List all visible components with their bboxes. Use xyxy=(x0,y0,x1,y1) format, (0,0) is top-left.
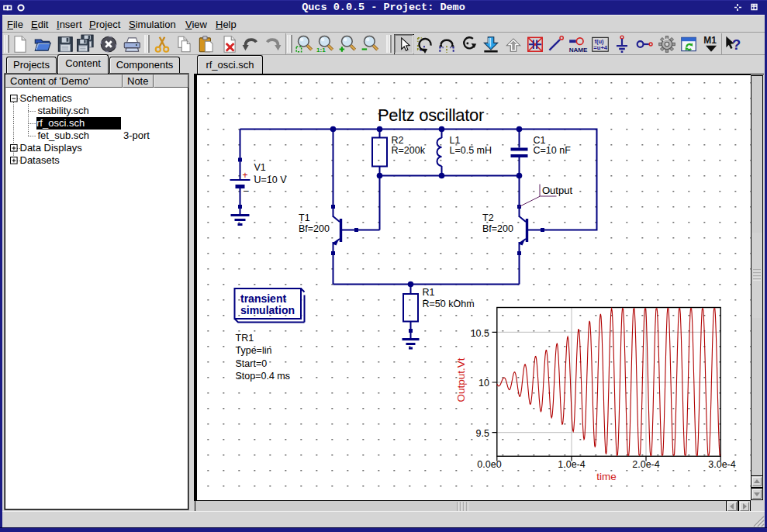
svg-text:M1: M1 xyxy=(703,35,717,46)
svg-text:9.5: 9.5 xyxy=(476,428,489,439)
svg-text:+: + xyxy=(243,170,248,181)
svg-text:2.0e-4: 2.0e-4 xyxy=(632,459,659,470)
svg-text:1.0e-4: 1.0e-4 xyxy=(558,459,585,470)
svg-text:L=0.5 mH: L=0.5 mH xyxy=(450,145,492,156)
svg-text:V1: V1 xyxy=(254,162,266,173)
svg-text:?: ? xyxy=(732,36,741,53)
svg-text:=u+4: =u+4 xyxy=(593,44,607,51)
svg-text:T2: T2 xyxy=(482,212,494,223)
svg-text:R=200k: R=200k xyxy=(392,145,426,156)
svg-text:10.5: 10.5 xyxy=(471,328,489,339)
svg-text:time: time xyxy=(596,471,617,482)
svg-text:T1: T1 xyxy=(299,212,310,223)
svg-text:C=10 nF: C=10 nF xyxy=(534,145,572,156)
svg-text:Output: Output xyxy=(542,185,572,196)
svg-text:–: – xyxy=(244,185,249,196)
svg-text:0.0e0: 0.0e0 xyxy=(477,459,501,470)
svg-text:Stop=0.4 ms: Stop=0.4 ms xyxy=(236,371,291,382)
svg-text:simulation: simulation xyxy=(240,304,295,316)
svg-text:Peltz oscillator: Peltz oscillator xyxy=(378,105,484,125)
svg-text:R1: R1 xyxy=(423,287,435,298)
svg-text:NAME: NAME xyxy=(569,47,588,54)
svg-text:3.0e-4: 3.0e-4 xyxy=(708,459,735,470)
svg-text:Bf=200: Bf=200 xyxy=(482,223,513,234)
svg-text:10: 10 xyxy=(479,378,489,389)
svg-text:Start=0: Start=0 xyxy=(236,358,268,369)
svg-text:Type=lin: Type=lin xyxy=(236,345,272,356)
svg-text:U=10 V: U=10 V xyxy=(254,174,288,185)
svg-text:TR1: TR1 xyxy=(236,333,254,344)
svg-text:transient: transient xyxy=(240,292,286,305)
svg-text:Bf=200: Bf=200 xyxy=(299,223,330,234)
svg-text:R=50 kOhm: R=50 kOhm xyxy=(423,299,475,309)
svg-text:1:1: 1:1 xyxy=(316,47,326,54)
svg-text:Output.Vt: Output.Vt xyxy=(455,358,467,402)
